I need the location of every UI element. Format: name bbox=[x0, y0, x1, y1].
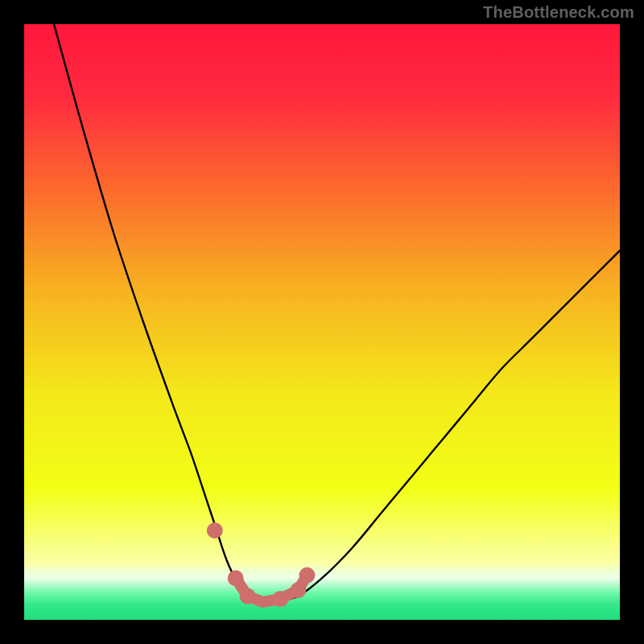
gradient-background bbox=[24, 24, 620, 620]
marker-right-shoulder bbox=[290, 582, 306, 598]
watermark-text: TheBottleneck.com bbox=[483, 3, 634, 22]
plot-svg bbox=[24, 24, 620, 620]
marker-min-right bbox=[272, 591, 288, 607]
chart-frame: TheBottleneck.com bbox=[0, 0, 644, 644]
marker-right-end bbox=[299, 568, 316, 584]
marker-left-shoulder bbox=[207, 522, 223, 539]
marker-near-min-left bbox=[228, 570, 244, 586]
marker-min-left bbox=[240, 588, 256, 604]
plot-area bbox=[24, 24, 620, 620]
